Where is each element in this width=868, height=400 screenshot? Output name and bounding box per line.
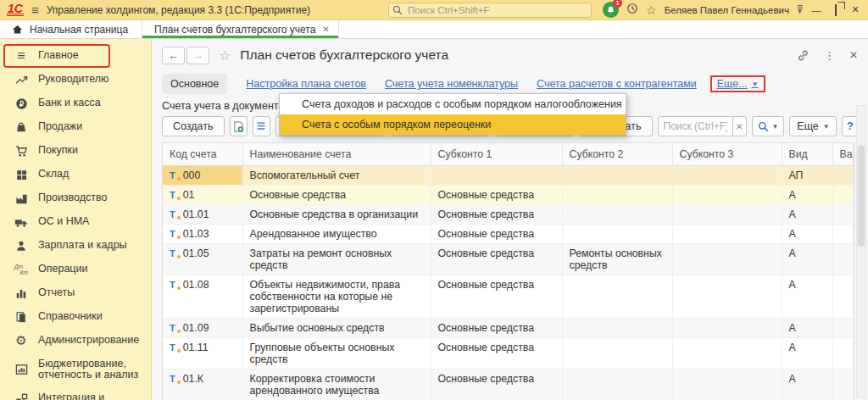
cell-account-code[interactable]: Т01 — [163, 186, 242, 205]
sidebar-item-administrirovanie[interactable]: ⚙Администрирование — [0, 329, 151, 353]
cell-account-name[interactable]: Объекты недвижимости, права собственност… — [242, 275, 431, 319]
table-row[interactable]: Т000Вспомогательный счетАП — [163, 166, 854, 186]
table-row[interactable]: Т01.11Групповые объекты основных средств… — [163, 338, 854, 369]
cell-account-code[interactable]: Т01.11 — [163, 338, 242, 369]
history-button[interactable] — [626, 3, 638, 17]
sidebar-item-byudzhetirovanie[interactable]: Бюджетирование, отчетность и анализ — [0, 353, 151, 386]
vertical-scrollbar[interactable] — [856, 105, 866, 398]
scrollbar-thumb[interactable] — [858, 145, 865, 247]
cell-val[interactable] — [832, 275, 854, 319]
list-search-input[interactable] — [658, 116, 734, 136]
tab-osnovnoe[interactable]: Основное — [162, 74, 227, 94]
cell-subkonto-2[interactable] — [562, 166, 672, 186]
global-search[interactable] — [388, 3, 592, 18]
cell-val[interactable] — [832, 225, 854, 244]
cell-vid[interactable]: А — [782, 319, 832, 338]
sidebar-item-zarplata-i-kadry[interactable]: Зарплата и кадры — [0, 234, 151, 258]
back-button[interactable]: ← — [162, 47, 185, 64]
more-tabs-link[interactable]: Еще... ▼ — [710, 75, 765, 92]
cell-subkonto-1[interactable]: Основные средства — [431, 275, 562, 319]
nav-tab-link[interactable]: Настройка плана счетов — [246, 78, 366, 90]
cell-account-name[interactable]: Основные средства — [242, 186, 431, 205]
cell-vid[interactable]: А — [782, 275, 832, 319]
cell-val[interactable] — [832, 369, 854, 400]
nav-tab-link[interactable]: Счета учета номенклатуры — [385, 78, 518, 90]
cell-val[interactable] — [832, 244, 854, 275]
forward-button[interactable]: → — [186, 47, 209, 64]
main-menu-icon[interactable]: ≡ — [31, 6, 39, 14]
cell-vid[interactable]: А — [782, 205, 832, 225]
cell-account-name[interactable]: Вспомогательный счет — [242, 166, 431, 186]
dropdown-menu-item[interactable]: Счета с особым порядком переоценки — [280, 114, 626, 135]
sidebar-item-rukovoditelyu[interactable]: Руководителю — [0, 68, 151, 92]
table-row[interactable]: Т01.05Затраты на ремонт основных средств… — [163, 244, 854, 275]
cell-vid[interactable]: А — [782, 186, 832, 205]
column-header[interactable]: Наименование счета — [242, 143, 431, 166]
cell-vid[interactable]: А — [782, 225, 832, 244]
cell-subkonto-1[interactable]: Основные средства — [431, 338, 562, 369]
cell-account-code[interactable]: Т01.08 — [163, 275, 242, 319]
cell-account-name[interactable]: Корректировка стоимости арендованного им… — [242, 369, 431, 400]
cell-subkonto-3[interactable] — [672, 369, 782, 400]
sidebar-item-sklad[interactable]: Склад — [0, 163, 151, 186]
link-icon[interactable] — [797, 49, 810, 62]
cell-subkonto-1[interactable]: Основные средства — [431, 244, 562, 275]
cell-val[interactable] — [832, 205, 854, 225]
cell-account-name[interactable]: Групповые объекты основных средств — [242, 338, 431, 369]
create-button[interactable]: Создать — [162, 116, 225, 136]
cell-subkonto-2[interactable] — [562, 338, 672, 369]
cell-vid[interactable]: АП — [782, 166, 832, 186]
sidebar-item-glavnoe[interactable]: ≡Главное — [0, 44, 151, 68]
sidebar-item-os-i-nma[interactable]: ОС и НМА — [0, 210, 151, 234]
column-header[interactable]: Вид — [782, 143, 832, 166]
column-header[interactable]: Субконто 1 — [431, 143, 562, 166]
cell-subkonto-1[interactable]: Основные средства — [431, 186, 562, 205]
cell-account-name[interactable]: Арендованное имущество — [242, 225, 431, 244]
sidebar-item-bank-i-kassa[interactable]: ₽Банк и касса — [0, 92, 151, 115]
table-row[interactable]: Т01Основные средстваОсновные средстваА — [163, 186, 854, 205]
create-group-button[interactable] — [230, 116, 248, 136]
favorite-star-icon[interactable]: ☆ — [219, 47, 231, 64]
cell-subkonto-3[interactable] — [672, 319, 782, 338]
cell-subkonto-2[interactable]: Ремонты основных средств — [562, 244, 672, 275]
sidebar-item-pokupki[interactable]: Покупки — [0, 139, 151, 163]
restore-button[interactable] — [830, 5, 842, 15]
more-actions-button[interactable]: Еще ▼ — [789, 116, 837, 136]
cell-subkonto-3[interactable] — [672, 225, 782, 244]
nav-tab-link[interactable]: Счета расчетов с контрагентами — [537, 78, 697, 90]
cell-account-name[interactable]: Основные средства в организации — [242, 205, 431, 225]
cell-account-code[interactable]: Т01.03 — [163, 225, 242, 244]
global-search-input[interactable] — [388, 3, 592, 18]
favorites-star-icon[interactable]: ☆ — [646, 4, 657, 16]
minimize-button[interactable]: — — [810, 5, 822, 15]
kebab-menu-icon[interactable]: ⋮ — [824, 49, 835, 62]
cell-account-code[interactable]: Т01.05 — [163, 244, 242, 275]
cell-vid[interactable]: А — [782, 244, 832, 275]
close-form-icon[interactable]: ✕ — [849, 49, 858, 61]
sidebar-item-prodazhi[interactable]: Продажи — [0, 115, 151, 139]
column-header[interactable]: Субконто 2 — [562, 143, 672, 166]
sidebar-item-spravochniki[interactable]: Справочники — [0, 305, 151, 329]
cell-account-code[interactable]: Т01.09 — [163, 319, 242, 338]
tab-chart-of-accounts[interactable]: План счетов бухгалтерского учета ✕ — [142, 20, 339, 38]
cell-val[interactable] — [832, 166, 854, 186]
column-header[interactable]: Код счета — [163, 143, 242, 166]
sidebar-item-proizvodstvo[interactable]: Производство — [0, 186, 151, 210]
cell-account-code[interactable]: Т01.01 — [163, 205, 242, 225]
current-user[interactable]: Беляев Павел Геннадьевич — [665, 5, 789, 15]
cell-account-name[interactable]: Выбытие основных средств — [242, 319, 431, 338]
clear-search-button[interactable]: ✕ — [733, 116, 746, 136]
cell-subkonto-1[interactable]: Основные средства — [431, 319, 562, 338]
cell-subkonto-2[interactable] — [562, 186, 672, 205]
dropdown-menu-item[interactable]: Счета доходов и расходов с особым порядк… — [280, 94, 626, 114]
cell-subkonto-2[interactable] — [562, 275, 672, 319]
sidebar-item-otchety[interactable]: Отчеты — [0, 281, 151, 305]
cell-account-name[interactable]: Затраты на ремонт основных средств — [242, 244, 431, 275]
cell-val[interactable] — [832, 338, 854, 369]
cell-vid[interactable]: А — [782, 369, 832, 400]
cell-subkonto-2[interactable] — [562, 225, 672, 244]
cell-vid[interactable]: А — [782, 338, 832, 369]
cell-subkonto-3[interactable] — [672, 244, 782, 275]
table-row[interactable]: Т01.01Основные средства в организацииОсн… — [163, 205, 854, 225]
tab-close-icon[interactable]: ✕ — [322, 25, 329, 34]
